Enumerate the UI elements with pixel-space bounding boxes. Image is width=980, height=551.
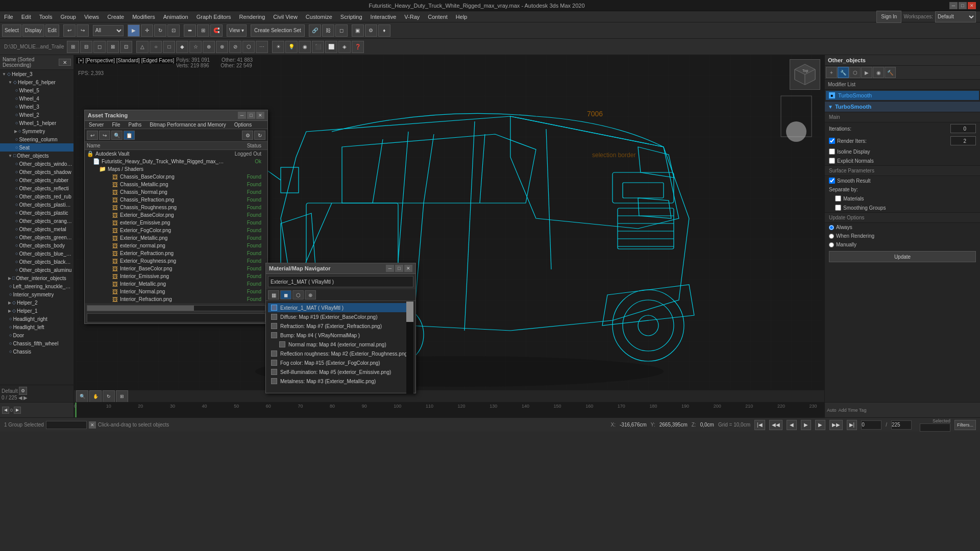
at-map-row[interactable]: 🖼Interior_Metallic.pngFound xyxy=(85,280,267,288)
materials-checkbox[interactable] xyxy=(835,195,841,202)
move-tool[interactable]: ✛ xyxy=(141,24,153,37)
mn-titlebar[interactable]: Material/Map Navigator ─ □ ✕ xyxy=(266,263,415,274)
command-input[interactable] xyxy=(48,422,85,428)
scene-item-wheel-3[interactable]: ○Wheel_3 xyxy=(0,103,74,111)
scene-item-other-objects-body[interactable]: ○Other_objects_body xyxy=(0,241,74,249)
mn-item[interactable]: Refraction: Map #7 (Exterior_Refraction.… xyxy=(268,321,413,331)
scale-tool[interactable]: ⊡ xyxy=(167,24,180,37)
ts-header[interactable]: ▼ TurboSmooth xyxy=(825,102,980,112)
expand-arrow[interactable]: ▶ xyxy=(8,276,11,281)
scene-item-helper-2[interactable]: ▶◇Helper_2 xyxy=(0,298,74,307)
mirror-tool[interactable]: ⬌ xyxy=(184,24,196,37)
scene-item-helper-3[interactable]: ▼◇Helper_3 xyxy=(0,70,74,78)
workspaces-select[interactable]: Default xyxy=(935,11,976,22)
geo-btn10[interactable]: ⋯ xyxy=(256,41,268,53)
scene-item-other-interior-objects[interactable]: ▶□Other_interior_objects xyxy=(0,274,74,282)
at-maps-row[interactable]: 📁 Maps / Shaders xyxy=(85,165,267,173)
when-rendering-radio[interactable] xyxy=(829,234,834,239)
at-tb-btn2[interactable]: ↪ xyxy=(99,131,110,140)
scene-item-chassis-fifth-wheel[interactable]: ○Chassis_fifth_wheel xyxy=(0,339,74,347)
menu-content[interactable]: Content xyxy=(424,13,452,21)
at-map-row[interactable]: 🖼Interior_Refraction.pngFound xyxy=(85,295,267,303)
at-map-row[interactable]: 🖼Interior_Emissive.pngFound xyxy=(85,272,267,280)
at-map-row[interactable]: 🖼Chassis_Roughness.pngFound xyxy=(85,204,267,211)
at-map-row[interactable]: 🖼Exterior_BaseColor.pngFound xyxy=(85,211,267,219)
mn-item[interactable]: Fog color: Map #15 (Exterior_FogColor.pn… xyxy=(268,358,413,367)
mn-item[interactable]: Normal map: Map #4 (exterior_normal.png) xyxy=(268,340,413,349)
menu-help[interactable]: Help xyxy=(452,13,472,21)
mn-maximize-btn[interactable]: □ xyxy=(395,265,403,272)
scene-item-wheel-5[interactable]: ○Wheel_5 xyxy=(0,86,74,94)
at-scrollbar[interactable] xyxy=(87,305,265,311)
at-tb-btn3[interactable]: 🔍 xyxy=(111,131,122,140)
mn-item[interactable]: Reflection roughness: Map #2 (Exterior_R… xyxy=(268,349,413,358)
geo-btn7[interactable]: ⊗ xyxy=(216,41,228,53)
at-maximize-btn[interactable]: □ xyxy=(247,112,255,119)
scene-item-chassis[interactable]: ○Chassis xyxy=(0,347,74,356)
pb-prev-btn[interactable]: ◀◀ xyxy=(769,420,782,430)
at-map-row[interactable]: 🖼Chassis_Metallic.pngFound xyxy=(85,181,267,188)
vp-orbit-btn[interactable]: ↻ xyxy=(103,390,115,403)
filter-select[interactable]: All xyxy=(93,25,124,36)
at-tb-btn4[interactable]: 📋 xyxy=(124,131,135,140)
selected-input[interactable] xyxy=(920,423,950,432)
at-map-row[interactable]: 🖼Chassis_Normal.pngFound xyxy=(85,188,267,196)
mn-item[interactable]: Bump: Map #4 ( VRayNormalMap ) xyxy=(268,331,413,340)
scene-item-symmetry[interactable]: ▶○Symmetry xyxy=(0,127,74,135)
explicit-normals-checkbox[interactable] xyxy=(829,158,835,164)
menu-file[interactable]: File xyxy=(0,13,17,21)
turbosmooth-modifier[interactable]: ■ TurboSmooth xyxy=(826,91,979,100)
pb-prev-frame-btn[interactable]: ◀ xyxy=(787,420,797,430)
menu-group[interactable]: Group xyxy=(56,13,80,21)
render-iters-input[interactable] xyxy=(950,136,976,145)
pb-start-btn[interactable]: |◀ xyxy=(754,420,765,430)
scene-item-interior-symmetry[interactable]: ○Interior_symmetry xyxy=(0,290,74,298)
pb-next-frame-btn[interactable]: ▶ xyxy=(815,420,825,430)
at-close-btn[interactable]: ✕ xyxy=(256,112,264,119)
at-map-row[interactable]: 🖼Exterior_Metallic.pngFound xyxy=(85,234,267,242)
mn-item[interactable]: Metalness: Map #3 (Exterior_Metallic.png… xyxy=(268,377,413,386)
maximize-button[interactable]: □ xyxy=(959,2,967,9)
mn-close-btn[interactable]: ✕ xyxy=(404,265,412,272)
pb-next-btn[interactable]: ▶▶ xyxy=(829,420,843,430)
smoothing-groups-checkbox[interactable] xyxy=(835,205,841,211)
expand-arrow[interactable]: ▼ xyxy=(2,72,6,77)
scene-item-other-objects-shadow[interactable]: ○Other_objects_shadow xyxy=(0,168,74,176)
scene-item-wheel-4[interactable]: ○Wheel_4 xyxy=(0,94,74,103)
expand-arrow[interactable]: ▼ xyxy=(8,154,12,158)
menu-civil-view[interactable]: Civil View xyxy=(269,13,301,21)
light-btn3[interactable]: ◉ xyxy=(299,41,311,53)
tab-modify[interactable]: 🔧 xyxy=(838,67,849,78)
link-tool[interactable]: 🔗 xyxy=(309,24,321,37)
scene-item-headlight-right[interactable]: ○Headlight_right xyxy=(0,315,74,323)
expand-arrow[interactable]: ▶ xyxy=(8,309,11,313)
misc-btn2[interactable]: ⬜ xyxy=(325,41,337,53)
at-menu-server[interactable]: Server xyxy=(85,121,108,129)
vp-pan-btn[interactable]: ✋ xyxy=(89,390,102,403)
total-frames-input[interactable] xyxy=(891,420,912,430)
tab-utilities[interactable]: 🔨 xyxy=(885,67,896,78)
expand-arrow[interactable]: ▼ xyxy=(8,80,12,85)
mn-selector[interactable]: Exterior_1_MAT ( VRayMtl ) xyxy=(268,276,413,287)
geo-btn9[interactable]: ⬡ xyxy=(242,41,255,53)
scene-item-other-objects-orange-g[interactable]: ○Other_objects_orange_g xyxy=(0,217,74,225)
at-menu-bitmap[interactable]: Bitmap Performance and Memory xyxy=(145,121,230,129)
light-btn1[interactable]: ☀ xyxy=(272,41,284,53)
geo-btn3[interactable]: □ xyxy=(163,41,175,53)
scene-item-headlight-left[interactable]: ○Headlight_left xyxy=(0,323,74,331)
scene-item-other-objects-windows[interactable]: ○Other_objects_windows xyxy=(0,160,74,168)
redo-button[interactable]: ↪ xyxy=(77,24,89,37)
material-editor[interactable]: ♦ xyxy=(378,24,390,37)
at-menu-options[interactable]: Options xyxy=(230,121,256,129)
tab-motion[interactable]: ▶ xyxy=(861,67,872,78)
undo-button[interactable]: ↩ xyxy=(63,24,76,37)
align-tool[interactable]: ⊞ xyxy=(197,24,209,37)
nav-cube[interactable]: Top xyxy=(790,59,820,90)
scene-item-left-steering-knuckle-det[interactable]: ○Left_steering_knuckle_det xyxy=(0,282,74,290)
layer-btn4[interactable]: ⊠ xyxy=(107,41,119,53)
update-button[interactable]: Update xyxy=(829,251,976,262)
at-minimize-btn[interactable]: ─ xyxy=(238,112,246,119)
mn-minimize-btn[interactable]: ─ xyxy=(386,265,394,272)
scene-item-other-objects[interactable]: ▼□Other_objects xyxy=(0,152,74,160)
mn-tb-btn1[interactable]: ▦ xyxy=(268,290,279,299)
